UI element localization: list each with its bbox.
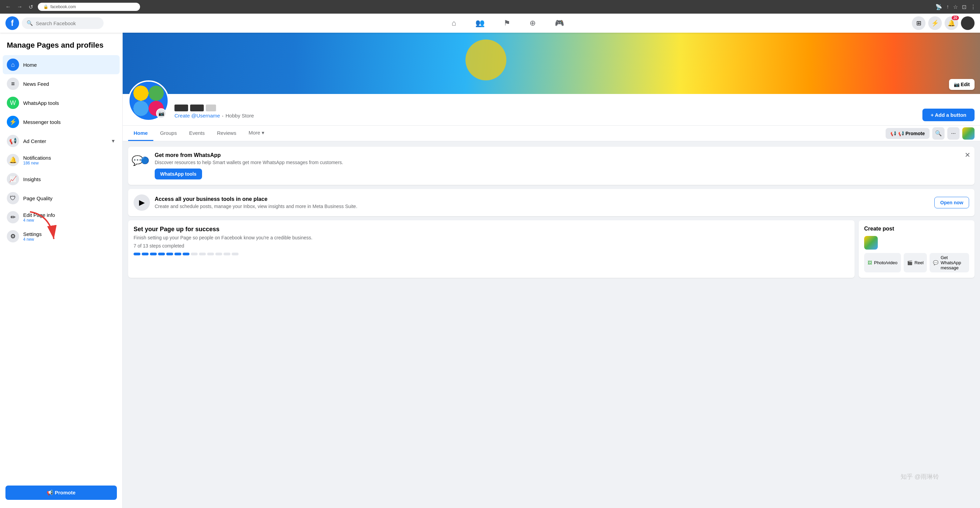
- home-icon: ⌂: [7, 59, 19, 71]
- sidebar-home-label: Home: [23, 62, 116, 68]
- profile-camera-button[interactable]: 📷: [156, 108, 166, 119]
- tablet-icon: ⊡: [962, 4, 966, 10]
- reel-option[interactable]: 🎬 Reel: [904, 253, 927, 272]
- user-avatar[interactable]: [961, 16, 975, 30]
- share-icon: ↑: [946, 4, 949, 10]
- progress-dot-3: [150, 252, 157, 256]
- facebook-logo[interactable]: f: [5, 16, 19, 30]
- promo-content: Get more from WhatsApp Discover resource…: [155, 152, 969, 179]
- progress-dot-4: [158, 252, 165, 256]
- whatsapp-tools-button[interactable]: WhatsApp tools: [155, 168, 202, 179]
- sidebar: Manage Pages and profiles ⌂ Home ≡ News …: [0, 33, 123, 508]
- notif-badge: 20: [952, 16, 959, 20]
- business-tools-card: ▶ Access all your business tools in one …: [128, 189, 975, 216]
- profile-username[interactable]: Create @Username: [175, 113, 220, 119]
- open-now-button[interactable]: Open now: [934, 197, 969, 208]
- sidebar-item-page-quality[interactable]: 🛡 Page Quality: [3, 189, 119, 208]
- sidebar-newsfeed-label: News Feed: [23, 81, 116, 87]
- more-tab-button[interactable]: ···: [947, 127, 959, 140]
- sidebar-editpage-label: Edit Page info: [23, 212, 116, 218]
- sidebar-quality-label: Page Quality: [23, 195, 116, 201]
- create-post-options: 🖼 Photo/video 🎬 Reel 💬 Get WhatsApp mess…: [864, 253, 969, 272]
- search-icon: 🔍: [27, 20, 33, 26]
- biz-content: Access all your business tools in one pl…: [155, 196, 929, 209]
- sidebar-item-ad-center[interactable]: 📢 Ad Center ▼: [3, 132, 119, 151]
- promote-button[interactable]: 📢 Promote: [5, 486, 117, 500]
- notifications-icon: 🔔: [7, 154, 19, 166]
- news-feed-icon: ≡: [7, 78, 19, 90]
- tab-home[interactable]: Home: [128, 126, 153, 141]
- profile-info: Create @Username · Hobby Store: [175, 105, 917, 121]
- post-logo: [864, 236, 878, 249]
- tab-reviews[interactable]: Reviews: [212, 126, 242, 141]
- browser-chrome: ← → ↺ 🔒 facebook.com 📡 ↑ ☆ ⊡ ⋮: [0, 0, 980, 14]
- sidebar-notifications-text: Notifications 186 new: [23, 155, 116, 165]
- sidebar-adcenter-text: Ad Center: [23, 138, 107, 144]
- add-button-btn[interactable]: + Add a button: [923, 109, 975, 121]
- refresh-button[interactable]: ↺: [27, 2, 34, 11]
- page-tabs: Home Groups Events Reviews More ▾ 📢 📢 Pr…: [123, 125, 980, 141]
- nav-groups-icon[interactable]: ⊕: [521, 16, 544, 30]
- whatsapp-promo-title: Get more from WhatsApp: [155, 152, 969, 158]
- sidebar-item-insights[interactable]: 📈 Insights: [3, 170, 119, 189]
- sidebar-item-messenger[interactable]: ⚡ Messenger tools: [3, 112, 119, 132]
- grid-button[interactable]: ⊞: [912, 16, 926, 30]
- profile-name-row: [175, 105, 917, 111]
- sidebar-newsfeed-text: News Feed: [23, 81, 116, 87]
- url-bar[interactable]: 🔒 facebook.com: [38, 3, 140, 11]
- bottom-row: Set your Page up for success Finish sett…: [128, 220, 975, 278]
- photo-video-icon: 🖼: [867, 260, 872, 265]
- messenger-icon: ⚡: [7, 116, 19, 128]
- sidebar-item-settings[interactable]: ⚙ Settings 4 new: [3, 227, 119, 246]
- tab-more[interactable]: More ▾: [243, 125, 269, 141]
- setup-card: Set your Page up for success Finish sett…: [128, 220, 854, 278]
- page-quality-icon: 🛡: [7, 192, 19, 204]
- setup-title: Set your Page up for success: [134, 226, 849, 233]
- sidebar-insights-label: Insights: [23, 176, 116, 182]
- promote-megaphone-icon: 📢: [890, 131, 896, 136]
- progress-dot-6: [175, 252, 181, 256]
- insights-icon: 📈: [7, 173, 19, 185]
- search-tab-button[interactable]: 🔍: [932, 127, 945, 140]
- sidebar-item-notifications[interactable]: 🔔 Notifications 186 new: [3, 151, 119, 170]
- nav-pages-icon[interactable]: ⚑: [495, 16, 519, 30]
- promote-tab-button[interactable]: 📢 📢 Promote: [886, 128, 929, 139]
- back-button[interactable]: ←: [4, 2, 12, 11]
- tab-groups[interactable]: Groups: [155, 126, 182, 141]
- search-bar[interactable]: 🔍: [22, 17, 103, 29]
- sidebar-item-home[interactable]: ⌂ Home: [3, 55, 119, 74]
- nav-gaming-icon[interactable]: 🎮: [547, 16, 572, 30]
- content-area: 💬 🔵 Get more from WhatsApp Discover reso…: [123, 141, 980, 283]
- whatsapp-promo-close[interactable]: ✕: [965, 151, 970, 159]
- cover-edit-button[interactable]: 📷 Edit: [949, 79, 975, 90]
- sidebar-messenger-text: Messenger tools: [23, 119, 116, 125]
- nav-home-icon[interactable]: ⌂: [443, 16, 464, 30]
- setup-desc: Finish setting up your Page so people on…: [134, 235, 849, 240]
- nav-center: ⌂ 👥 ⚑ ⊕ 🎮: [103, 16, 912, 30]
- tab-events[interactable]: Events: [184, 126, 210, 141]
- messenger-button[interactable]: ⚡: [928, 16, 942, 30]
- biz-desc: Create and schedule posts, manage your I…: [155, 203, 929, 209]
- setup-steps: 7 of 13 steps completed: [134, 243, 849, 249]
- progress-dot-13: [232, 252, 239, 256]
- sidebar-item-whatsapp[interactable]: W WhatsApp tools: [3, 93, 119, 112]
- page-content: 📷 Edit 📷 Create @Username: [123, 33, 980, 508]
- progress-dot-2: [142, 252, 149, 256]
- progress-dot-9: [199, 252, 206, 256]
- name-block-1: [175, 105, 188, 111]
- create-post-title: Create post: [864, 226, 969, 232]
- sidebar-item-edit-page[interactable]: ✏ Edit Page info 4 new: [3, 208, 119, 227]
- nav-friends-icon[interactable]: 👥: [467, 16, 493, 30]
- settings-icon: ⚙: [7, 230, 19, 243]
- whatsapp-message-option[interactable]: 💬 Get WhatsApp message: [929, 253, 969, 272]
- search-input[interactable]: [36, 21, 99, 26]
- reel-label: Reel: [915, 260, 924, 265]
- sidebar-item-news-feed[interactable]: ≡ News Feed: [3, 74, 119, 93]
- forward-button[interactable]: →: [16, 2, 24, 11]
- sidebar-whatsapp-text: WhatsApp tools: [23, 100, 116, 106]
- facebook-topnav: f 🔍 ⌂ 👥 ⚑ ⊕ 🎮 ⊞ ⚡ 🔔 20: [0, 14, 980, 33]
- photo-video-label: Photo/video: [874, 260, 897, 265]
- photo-video-option[interactable]: 🖼 Photo/video: [864, 253, 901, 272]
- notifications-button[interactable]: 🔔 20: [945, 16, 958, 30]
- page-logo-button[interactable]: [962, 127, 975, 140]
